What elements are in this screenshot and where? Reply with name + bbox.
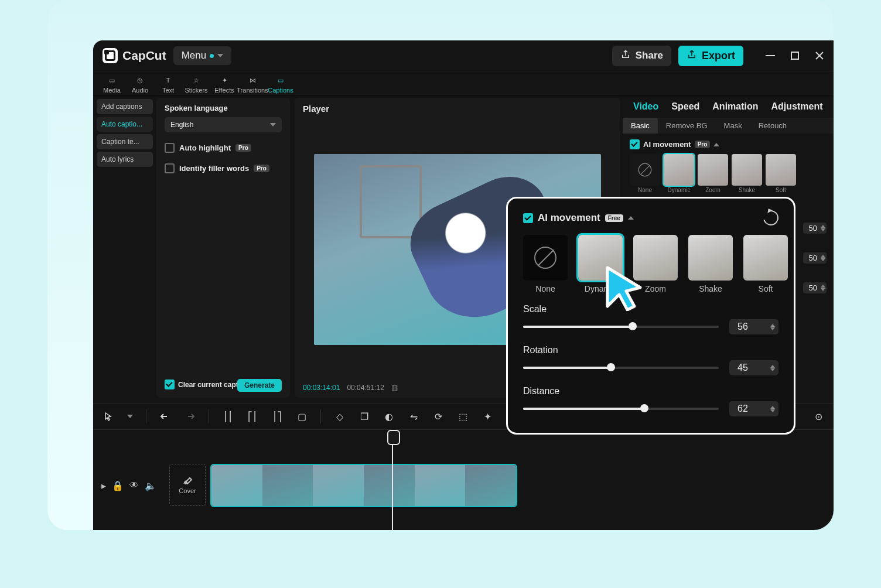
generate-button[interactable]: Generate [237, 379, 282, 392]
distance-slider[interactable] [523, 408, 719, 410]
reset-icon[interactable] [760, 207, 781, 228]
ai-option-thumb [766, 154, 796, 186]
sidemenu-item[interactable]: Caption te... [97, 134, 153, 149]
app-name: CapCut [122, 49, 166, 63]
video-clip[interactable] [210, 464, 517, 507]
ai-movement-checkbox[interactable] [523, 213, 533, 223]
playhead[interactable] [392, 430, 393, 530]
crop-icon[interactable]: ⬚ [457, 411, 469, 422]
numeric-stepper[interactable]: 50 [803, 282, 827, 293]
maximize-button[interactable] [790, 51, 800, 60]
sidemenu-item[interactable]: Add captions [97, 99, 153, 114]
minimize-button[interactable] [766, 51, 775, 60]
rotate-icon[interactable]: ⟳ [432, 411, 444, 422]
pointer-tool-icon[interactable] [103, 411, 114, 422]
timeline[interactable]: ▸ 🔒 👁 🔈 Cover [93, 430, 834, 530]
tool-tab-text[interactable]: TText [154, 75, 182, 94]
menu-button[interactable]: Menu [173, 46, 232, 65]
undo-icon[interactable] [159, 411, 171, 422]
rotation-slider[interactable] [523, 367, 719, 369]
auto-highlight-checkbox[interactable] [165, 143, 175, 153]
redo-icon[interactable] [184, 411, 196, 422]
scale-slider[interactable] [523, 326, 719, 328]
mute-icon[interactable]: 🔈 [145, 480, 156, 491]
clear-captions-checkbox[interactable] [165, 380, 175, 389]
share-button[interactable]: Share [612, 46, 671, 66]
layer-icon[interactable]: ▸ [101, 480, 106, 491]
ai-option-shake[interactable]: Shake [732, 154, 762, 193]
sidemenu-item[interactable]: Auto lyrics [97, 152, 153, 167]
mark-icon[interactable]: ◇ [334, 411, 346, 422]
chevron-up-icon[interactable] [628, 216, 634, 220]
tool-tab-audio[interactable]: ◷Audio [126, 75, 154, 94]
mirror-icon[interactable]: ⇋ [408, 411, 419, 422]
sidemenu-item[interactable]: Auto captio... [97, 117, 153, 132]
trim-left-icon[interactable]: ⎡⎮ [247, 411, 258, 422]
record-icon[interactable]: ⊙ [812, 411, 824, 422]
tool-tab-stickers[interactable]: ☆Stickers [182, 75, 210, 94]
ai-option-soft[interactable]: Soft [766, 154, 796, 193]
identify-filler-checkbox[interactable] [165, 163, 175, 173]
inspector-tab-adjustment[interactable]: Adjustment [771, 101, 823, 112]
ai-popup-option-zoom[interactable]: Zoom [633, 235, 678, 293]
tool-tab-effects[interactable]: ✦Effects [210, 75, 238, 94]
inspector-subtab-basic[interactable]: Basic [623, 118, 658, 134]
tool-tab-captions[interactable]: ▭Captions [267, 75, 295, 94]
ai-popup-option-shake[interactable]: Shake [688, 235, 733, 293]
chevron-down-icon[interactable] [127, 415, 133, 418]
rotation-stepper[interactable]: 45 [729, 360, 778, 375]
reverse-icon[interactable]: ◐ [383, 411, 395, 422]
split-icon[interactable]: ⎮⎮ [222, 411, 234, 422]
delete-icon[interactable]: ▢ [296, 411, 308, 422]
spinner-icon[interactable] [770, 324, 775, 330]
smart-icon[interactable]: ✦ [482, 411, 493, 422]
inspector-tab-animation[interactable]: Animation [712, 101, 758, 112]
inspector-tab-video[interactable]: Video [633, 101, 658, 112]
cover-label: Cover [179, 487, 196, 494]
cover-button[interactable]: Cover [169, 464, 206, 506]
ai-popup-thumb [688, 235, 733, 281]
spinner-icon[interactable] [821, 225, 825, 231]
spinner-icon[interactable] [770, 406, 775, 412]
close-button[interactable] [815, 51, 824, 60]
tool-tab-label: Media [103, 87, 121, 94]
ai-movement-checkbox[interactable] [630, 139, 640, 149]
ai-option-none[interactable]: None [630, 154, 660, 193]
spinner-icon[interactable] [770, 365, 775, 371]
app-logo: CapCut [103, 48, 166, 63]
numeric-stepper[interactable]: 50 [803, 223, 827, 234]
export-icon [687, 49, 697, 63]
scale-stepper[interactable]: 56 [729, 319, 778, 334]
chevron-down-icon [270, 123, 276, 127]
spinner-icon[interactable] [821, 285, 825, 291]
transitions-icon: ⋈ [247, 75, 258, 86]
ratio-icon[interactable]: ▥ [391, 384, 398, 392]
ai-popup-option-soft[interactable]: Soft [743, 235, 788, 293]
ai-option-zoom[interactable]: Zoom [698, 154, 728, 193]
inspector-tab-speed[interactable]: Speed [671, 101, 699, 112]
ai-popup-option-none[interactable]: None [523, 235, 568, 293]
trim-right-icon[interactable]: ⎮⎤ [271, 411, 283, 422]
ai-option-label: Zoom [705, 187, 720, 193]
export-button[interactable]: Export [678, 46, 743, 66]
ai-popup-option-dynamic[interactable]: Dynamic [578, 235, 623, 293]
free-badge: Free [605, 214, 623, 222]
tool-tab-media[interactable]: ▭Media [98, 75, 126, 94]
copy-icon[interactable]: ❐ [358, 411, 370, 422]
eye-icon[interactable]: 👁 [129, 480, 139, 491]
spinner-icon[interactable] [821, 255, 825, 261]
tool-tab-transitions[interactable]: ⋈Transitions [238, 75, 267, 94]
ai-movement-title: AI movement [538, 212, 600, 224]
inspector-subtab-retouch[interactable]: Retouch [750, 118, 795, 134]
numeric-stepper[interactable]: 50 [803, 252, 827, 264]
ai-option-dynamic[interactable]: Dynamic [664, 154, 694, 193]
language-value: English [170, 121, 193, 129]
distance-stepper[interactable]: 62 [729, 401, 778, 416]
lock-icon[interactable]: 🔒 [112, 480, 124, 491]
total-time: 00:04:51:12 [347, 384, 384, 392]
current-time: 00:03:14:01 [303, 384, 340, 392]
inspector-subtab-remove-bg[interactable]: Remove BG [658, 118, 716, 134]
inspector-subtab-mask[interactable]: Mask [716, 118, 750, 134]
chevron-up-icon[interactable] [713, 143, 719, 146]
language-select[interactable]: English [165, 117, 282, 132]
